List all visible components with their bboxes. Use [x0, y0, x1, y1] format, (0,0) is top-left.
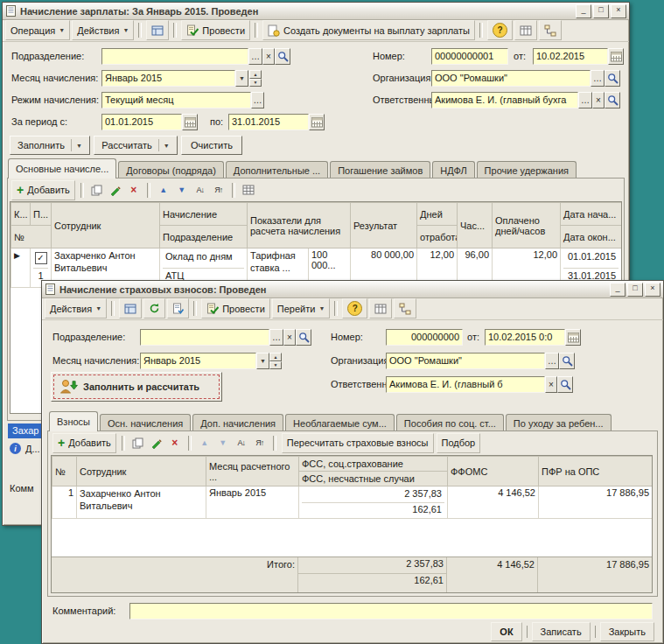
tab-social-benefits[interactable]: Пособия по соц. ст...	[396, 414, 504, 431]
close-button[interactable]: ×	[645, 283, 661, 297]
month-spinner[interactable]: ▲▼	[249, 70, 262, 87]
tab-contributions[interactable]: Взносы	[49, 411, 98, 431]
period-to-calendar-button[interactable]	[309, 114, 325, 130]
period-from-input[interactable]: 01.01.2015	[101, 114, 182, 130]
columns-settings-button[interactable]	[369, 298, 392, 318]
spin-up-icon[interactable]: ▲	[249, 70, 262, 79]
month-spinner[interactable]: ▲▼	[269, 353, 282, 369]
fill-button[interactable]: Заполнить▼	[10, 136, 90, 155]
date-calendar-button[interactable]	[608, 48, 624, 65]
department-ellipsis-button[interactable]: …	[269, 329, 283, 346]
post-button[interactable]: Провести	[201, 298, 270, 318]
actions-menu-button[interactable]: Действия▼	[45, 298, 107, 318]
movements-button[interactable]	[119, 298, 142, 318]
help-button[interactable]: ?	[342, 298, 367, 318]
structure-button[interactable]	[394, 298, 416, 318]
month-dropdown-button[interactable]: ▼	[256, 353, 269, 369]
department-ellipsis-button[interactable]: …	[248, 48, 262, 65]
tab-main-accruals[interactable]: Основные начисле...	[8, 158, 116, 178]
mode-ellipsis-button[interactable]: …	[251, 92, 264, 108]
tab-additional-accruals[interactable]: Доп. начисления	[192, 414, 283, 431]
cell-pfr[interactable]: 17 886,95	[539, 486, 653, 519]
tab-additional[interactable]: Дополнительные ...	[226, 161, 328, 178]
operation-menu-button[interactable]: Операция▼	[5, 20, 70, 40]
responsible-lookup-button[interactable]	[557, 376, 573, 393]
spin-up-icon[interactable]: ▲	[269, 353, 282, 361]
close-window-button[interactable]: Закрыть	[600, 622, 654, 641]
recalculate-contributions-button[interactable]: Пересчитать страховые взносы	[282, 433, 434, 453]
tab-other-deductions[interactable]: Прочие удержания	[477, 161, 577, 178]
organization-ellipsis-button[interactable]: …	[591, 70, 605, 87]
organization-ellipsis-button[interactable]: …	[545, 353, 559, 369]
delete-row-button[interactable]: ×	[167, 435, 183, 451]
minimize-button[interactable]: _	[576, 4, 591, 18]
cell-row-number[interactable]: 1	[52, 486, 77, 519]
cell-month[interactable]: Январь 2015	[206, 486, 299, 519]
responsible-input[interactable]: Акимова Е. И. (главный бухга	[431, 92, 578, 108]
responsible-clear-button[interactable]: ×	[592, 92, 605, 108]
movements-button[interactable]	[146, 20, 169, 40]
department-clear-button[interactable]: ×	[283, 329, 296, 346]
department-input[interactable]	[101, 48, 248, 65]
responsible-clear-button[interactable]: ×	[545, 376, 557, 393]
pick-button[interactable]: Подбор	[437, 433, 481, 453]
move-down-button[interactable]: ▼	[174, 182, 190, 198]
cell-fss[interactable]: 2 357,83 162,61	[299, 486, 448, 519]
month-input[interactable]: Январь 2015	[101, 70, 235, 87]
tab-main-accruals[interactable]: Осн. начисления	[100, 414, 191, 431]
tab-contracts[interactable]: Договоры (подряда)	[118, 161, 224, 178]
help-button[interactable]: ?	[487, 20, 513, 40]
columns-settings-button[interactable]	[514, 20, 537, 40]
period-from-calendar-button[interactable]	[182, 114, 198, 130]
responsible-lookup-button[interactable]	[605, 92, 620, 108]
maximize-button[interactable]: □	[627, 283, 643, 297]
post-button[interactable]: Провести	[181, 20, 250, 40]
sort-desc-button[interactable]: Я↑	[211, 182, 227, 198]
organization-lookup-button[interactable]	[559, 353, 575, 369]
responsible-ellipsis-button[interactable]: …	[578, 92, 592, 108]
move-up-button[interactable]: ▲	[156, 182, 171, 198]
sort-asc-button[interactable]: А↓	[234, 435, 249, 451]
month-input[interactable]: Январь 2015	[140, 353, 256, 369]
maximize-button[interactable]: □	[593, 4, 609, 18]
cell-row-pointer[interactable]: ▶	[11, 248, 31, 288]
tab-nontaxable[interactable]: Необлагаемые сум...	[285, 414, 395, 431]
tab-loans[interactable]: Погашение займов	[330, 161, 430, 178]
create-payout-docs-button[interactable]: Создать документы на выплату зарплаты	[262, 20, 475, 40]
department-lookup-button[interactable]	[275, 48, 290, 65]
tab-childcare[interactable]: По уходу за ребен...	[506, 414, 612, 431]
organization-lookup-button[interactable]	[605, 70, 620, 87]
structure-button[interactable]	[539, 20, 562, 40]
spin-down-icon[interactable]: ▼	[249, 79, 262, 88]
add-row-button[interactable]: +Добавить	[11, 180, 75, 200]
tab-ndfl[interactable]: НДФЛ	[432, 161, 474, 178]
number-input[interactable]: 00000000001	[431, 48, 508, 65]
move-down-button[interactable]: ▼	[215, 435, 231, 451]
insurance-titlebar[interactable]: Начисление страховых взносов: Проведен _…	[42, 281, 663, 298]
add-row-button[interactable]: +Добавить	[52, 433, 116, 453]
reread-button[interactable]	[167, 298, 189, 318]
copy-row-button[interactable]	[130, 435, 146, 451]
edit-row-button[interactable]	[149, 435, 164, 451]
number-input[interactable]: 000000000	[386, 329, 463, 346]
date-input[interactable]: 10.02.2015	[533, 48, 608, 65]
contribution-row[interactable]: 1 Захарченко Антон Витальевич Январь 201…	[52, 486, 653, 519]
copy-row-button[interactable]	[89, 182, 105, 198]
minimize-button[interactable]: _	[610, 283, 626, 297]
month-dropdown-button[interactable]: ▼	[235, 70, 248, 87]
close-button[interactable]: ×	[611, 4, 626, 18]
period-to-input[interactable]: 31.01.2015	[228, 114, 309, 130]
organization-input[interactable]: ООО "Ромашки"	[386, 353, 545, 369]
move-up-button[interactable]: ▲	[197, 435, 213, 451]
department-lookup-button[interactable]	[296, 329, 311, 346]
save-button[interactable]: Записать	[532, 622, 591, 641]
organization-input[interactable]: ООО "Ромашки"	[431, 70, 591, 87]
date-calendar-button[interactable]	[565, 329, 581, 346]
fill-and-calculate-button[interactable]: Заполнить и рассчитать	[51, 372, 222, 402]
spin-down-icon[interactable]: ▼	[269, 361, 282, 370]
sort-asc-button[interactable]: А↓	[192, 182, 208, 198]
cell-employee[interactable]: Захарченко Антон Витальевич	[77, 486, 206, 519]
refresh-button[interactable]	[143, 298, 165, 318]
date-input[interactable]: 10.02.2015 0:0	[485, 329, 565, 346]
delete-row-button[interactable]: ×	[126, 182, 142, 198]
